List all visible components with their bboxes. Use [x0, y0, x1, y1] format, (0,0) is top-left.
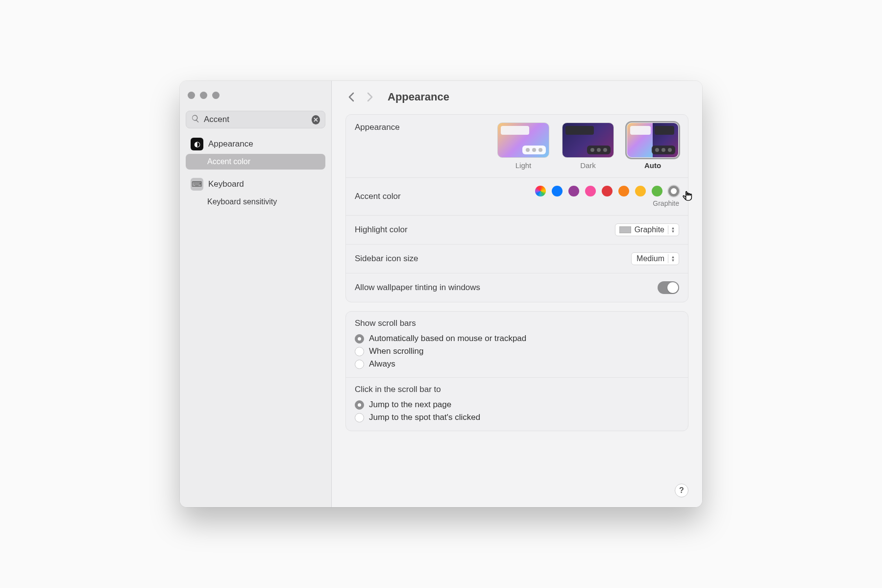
close-window-button[interactable]	[188, 92, 195, 99]
theme-caption: Light	[515, 161, 532, 170]
highlight-color-row: Highlight color Graphite ▲▼	[346, 216, 688, 245]
scroll-click-option-label: Jump to the next page	[369, 400, 451, 410]
sidebar-item-appearance[interactable]: ◐ Appearance	[186, 134, 325, 154]
accent-swatch-blue[interactable]	[552, 186, 563, 196]
radio-icon	[355, 400, 364, 410]
system-settings-window: ✕ ◐ Appearance Accent color ⌨ Keyboard K…	[180, 81, 702, 507]
theme-caption: Auto	[644, 161, 661, 170]
page-title: Appearance	[388, 91, 449, 103]
window-controls	[186, 88, 325, 111]
clear-search-button[interactable]: ✕	[312, 115, 320, 124]
sidebar-item-label: Appearance	[208, 139, 253, 149]
appearance-panel: Appearance Light	[345, 114, 688, 302]
theme-options: Light Dark	[497, 122, 679, 170]
back-button[interactable]	[345, 92, 356, 102]
main-pane: Appearance Appearance Light	[332, 81, 702, 507]
sidebar-item-label: Keyboard	[208, 179, 244, 189]
highlight-color-label: Highlight color	[355, 225, 408, 235]
accent-swatch-purple[interactable]	[568, 186, 579, 196]
scroll-click-option-0[interactable]: Jump to the next page	[355, 398, 679, 411]
search-input[interactable]	[204, 115, 308, 124]
accent-swatch-orange[interactable]	[618, 186, 629, 196]
sidebar: ✕ ◐ Appearance Accent color ⌨ Keyboard K…	[180, 81, 332, 507]
highlight-color-value: Graphite	[635, 225, 664, 234]
sidebar-subitem-accent-color[interactable]: Accent color	[186, 154, 325, 170]
sidebar-item-label: Accent color	[207, 157, 250, 166]
content-area: Appearance Light	[332, 106, 702, 507]
sidebar-item-label: Keyboard sensitivity	[207, 197, 277, 206]
scroll-bars-group: Show scroll bars Automatically based on …	[346, 312, 688, 378]
appearance-row: Appearance Light	[346, 115, 688, 178]
scroll-click-option-1[interactable]: Jump to the spot that's clicked	[355, 411, 679, 424]
accent-swatch-green[interactable]	[652, 186, 662, 196]
accent-swatch-graphite[interactable]	[668, 186, 679, 196]
select-stepper-icon: ▲▼	[668, 254, 676, 263]
accent-swatch-red[interactable]	[602, 186, 612, 196]
scroll-click-title: Click in the scroll bar to	[355, 385, 679, 394]
theme-option-light[interactable]: Light	[497, 122, 550, 170]
accent-color-row: Accent color Graphite	[346, 178, 688, 216]
scroll-click-group: Click in the scroll bar to Jump to the n…	[346, 378, 688, 431]
cursor-icon	[680, 185, 697, 201]
sidebar-subitem-keyboard-sensitivity[interactable]: Keyboard sensitivity	[186, 194, 325, 210]
scroll-panel: Show scroll bars Automatically based on …	[345, 311, 688, 431]
sidebar-results: ◐ Appearance Accent color ⌨ Keyboard Key…	[186, 134, 325, 210]
highlight-swatch	[619, 226, 631, 233]
wallpaper-tinting-toggle[interactable]	[658, 281, 679, 294]
theme-thumb-auto	[627, 122, 679, 158]
sidebar-icon-size-select[interactable]: Medium ▲▼	[631, 252, 679, 265]
sidebar-icon-size-value: Medium	[637, 254, 664, 263]
accent-swatch-multicolor[interactable]	[535, 186, 546, 196]
keyboard-icon: ⌨	[191, 178, 203, 191]
theme-thumb-light	[497, 122, 549, 158]
minimize-window-button[interactable]	[200, 92, 207, 99]
sidebar-icon-size-label: Sidebar icon size	[355, 254, 418, 264]
accent-color-options	[535, 186, 679, 196]
scroll-bars-option-label: Automatically based on mouse or trackpad	[369, 334, 526, 343]
select-stepper-icon: ▲▼	[668, 225, 676, 234]
radio-icon	[355, 334, 364, 343]
forward-button[interactable]	[365, 92, 376, 102]
sidebar-icon-size-row: Sidebar icon size Medium ▲▼	[346, 245, 688, 273]
accent-color-label: Accent color	[355, 192, 401, 201]
wallpaper-tinting-row: Allow wallpaper tinting in windows	[346, 273, 688, 302]
wallpaper-tinting-label: Allow wallpaper tinting in windows	[355, 283, 480, 293]
theme-option-dark[interactable]: Dark	[562, 122, 614, 170]
radio-icon	[355, 360, 364, 369]
scroll-click-option-label: Jump to the spot that's clicked	[369, 413, 480, 422]
scroll-bars-option-label: When scrolling	[369, 346, 424, 356]
sidebar-item-keyboard[interactable]: ⌨ Keyboard	[186, 174, 325, 194]
theme-thumb-dark	[562, 122, 614, 158]
theme-option-auto[interactable]: Auto	[626, 122, 679, 170]
zoom-window-button[interactable]	[212, 92, 220, 99]
radio-icon	[355, 413, 364, 422]
header: Appearance	[332, 81, 702, 106]
appearance-label: Appearance	[355, 122, 400, 132]
accent-selected-label: Graphite	[653, 199, 679, 207]
scroll-bars-title: Show scroll bars	[355, 318, 679, 328]
help-button[interactable]: ?	[675, 484, 688, 497]
scroll-bars-option-1[interactable]: When scrolling	[355, 345, 679, 358]
search-icon	[191, 114, 200, 125]
scroll-bars-option-2[interactable]: Always	[355, 358, 679, 370]
appearance-icon: ◐	[191, 138, 203, 150]
accent-swatch-pink[interactable]	[585, 186, 596, 196]
scroll-bars-option-0[interactable]: Automatically based on mouse or trackpad	[355, 332, 679, 345]
accent-swatch-yellow[interactable]	[635, 186, 646, 196]
theme-caption: Dark	[580, 161, 596, 170]
search-field[interactable]: ✕	[186, 111, 325, 128]
radio-icon	[355, 347, 364, 356]
scroll-bars-option-label: Always	[369, 359, 395, 369]
highlight-color-select[interactable]: Graphite ▲▼	[615, 223, 679, 236]
